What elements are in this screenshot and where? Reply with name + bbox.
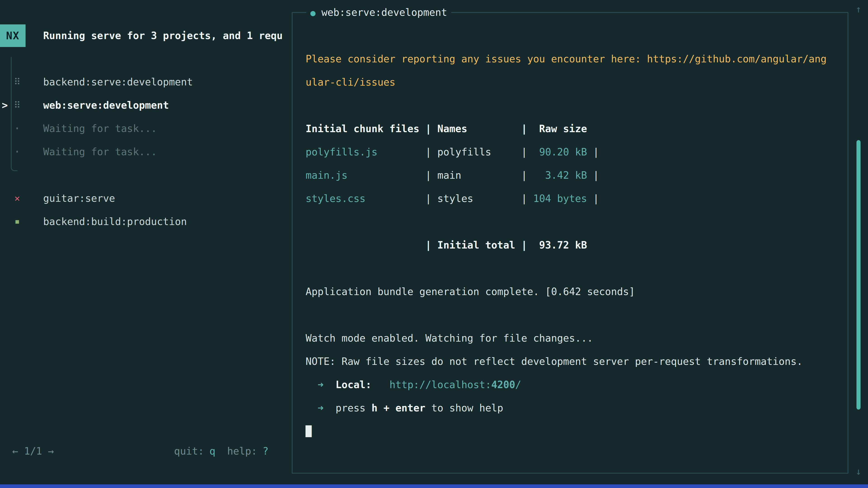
task-item[interactable]: ■backend:build:production bbox=[0, 210, 292, 233]
text-segment: to show help bbox=[426, 402, 503, 414]
terminal-line: ➜ Local: http://localhost:4200/ bbox=[306, 373, 841, 396]
app-title: Running serve for 3 projects, and 1 requ bbox=[43, 24, 283, 47]
spinner-icon: ⠿ bbox=[10, 70, 24, 94]
text-segment: 90.20 kB bbox=[539, 146, 587, 158]
spinner-icon: ⠿ bbox=[10, 94, 24, 117]
text-segment: ➜ bbox=[318, 402, 324, 414]
terminal-line: █ bbox=[306, 420, 841, 443]
task-label: Waiting for task... bbox=[43, 117, 157, 140]
dot-icon: · bbox=[10, 140, 24, 163]
terminal-output: Please consider reporting any issues you… bbox=[292, 13, 848, 473]
terminal-line: Watch mode enabled. Watching for file ch… bbox=[306, 326, 841, 350]
terminal-line: polyfills.js | polyfills | 90.20 kB | bbox=[306, 140, 841, 164]
text-segment: Local: bbox=[336, 379, 371, 390]
terminal-line bbox=[306, 94, 841, 117]
scrollbar-down-icon[interactable]: ↓ bbox=[851, 466, 866, 477]
text-segment: NOTE: Raw file sizes do not reflect deve… bbox=[306, 356, 803, 367]
task-item[interactable]: ·Waiting for task... bbox=[0, 117, 292, 140]
terminal-line bbox=[306, 303, 841, 326]
nx-tui-screen: NX Running serve for 3 projects, and 1 r… bbox=[0, 0, 868, 488]
text-segment: ular-cli/issues bbox=[306, 76, 395, 88]
text-segment: 104 bytes bbox=[533, 193, 587, 204]
text-segment: main.js bbox=[306, 169, 347, 181]
text-segment: Initial chunk files | Names | Raw size bbox=[306, 123, 587, 134]
task-label: web:serve:development bbox=[43, 94, 169, 117]
task-list: ⠿backend:serve:development>⠿web:serve:de… bbox=[0, 70, 292, 233]
help-key: ? bbox=[263, 445, 269, 457]
text-segment: Application bundle generation complete. … bbox=[306, 286, 635, 297]
cross-icon: ✕ bbox=[10, 187, 24, 210]
terminal-line: Please consider reporting any issues you… bbox=[306, 47, 841, 70]
text-segment: | styles | bbox=[366, 193, 533, 204]
terminal-line: ular-cli/issues bbox=[306, 70, 841, 94]
task-label: Waiting for task... bbox=[43, 140, 157, 163]
text-segment: | Initial total | 93.72 kB bbox=[306, 239, 587, 251]
task-item[interactable]: ⠿backend:serve:development bbox=[0, 70, 292, 94]
task-item[interactable]: ✕guitar:serve bbox=[0, 187, 292, 210]
nx-logo: NX bbox=[0, 24, 26, 47]
text-segment bbox=[323, 402, 336, 414]
terminal-line: Application bundle generation complete. … bbox=[306, 280, 841, 303]
text-segment: styles.css bbox=[306, 193, 366, 204]
quit-label: quit: bbox=[174, 445, 204, 457]
text-segment: | main | bbox=[347, 169, 545, 181]
text-segment bbox=[306, 402, 318, 414]
text-segment bbox=[306, 379, 318, 390]
url-link[interactable]: http://localhost: bbox=[390, 379, 491, 390]
terminal-line bbox=[306, 210, 841, 233]
text-segment: █ bbox=[306, 425, 312, 437]
text-segment: | bbox=[587, 193, 599, 204]
terminal-line: main.js | main | 3.42 kB | bbox=[306, 164, 841, 187]
text-segment bbox=[371, 379, 389, 390]
terminal-line: | Initial total | 93.72 kB bbox=[306, 233, 841, 257]
task-label: backend:build:production bbox=[43, 210, 187, 233]
scrollbar-thumb[interactable] bbox=[857, 140, 861, 410]
help-bar: quit:qhelp:? bbox=[0, 440, 269, 463]
text-segment: Watch mode enabled. Watching for file ch… bbox=[306, 332, 593, 344]
terminal-line: NOTE: Raw file sizes do not reflect deve… bbox=[306, 350, 841, 373]
task-label: backend:serve:development bbox=[43, 70, 193, 94]
url-link[interactable]: 4200 bbox=[491, 379, 515, 390]
help-label: help: bbox=[227, 445, 257, 457]
quit-key: q bbox=[210, 445, 216, 457]
text-segment: ➜ bbox=[318, 379, 324, 390]
task-spacer bbox=[0, 163, 292, 187]
task-item[interactable]: ·Waiting for task... bbox=[0, 140, 292, 163]
terminal-line: styles.css | styles | 104 bytes | bbox=[306, 187, 841, 210]
text-segment: h + enter bbox=[371, 402, 425, 414]
dot-icon: · bbox=[10, 117, 24, 140]
terminal-panel: ●web:serve:development Please consider r… bbox=[292, 12, 848, 474]
square-icon: ■ bbox=[10, 210, 24, 233]
text-segment: 3.42 kB bbox=[545, 169, 587, 181]
scrollbar-up-icon[interactable]: ↑ bbox=[851, 4, 866, 15]
terminal-line: ➜ press h + enter to show help bbox=[306, 396, 841, 420]
text-segment: Please consider reporting any issues you… bbox=[306, 53, 827, 65]
terminal-line bbox=[306, 257, 841, 280]
task-item[interactable]: >⠿web:serve:development bbox=[0, 94, 292, 117]
bottom-strip bbox=[0, 484, 868, 488]
text-segment: | bbox=[587, 146, 599, 158]
url-link[interactable]: / bbox=[515, 379, 521, 390]
text-segment: | polyfills | bbox=[377, 146, 539, 158]
sidebar: NX Running serve for 3 projects, and 1 r… bbox=[0, 0, 292, 488]
text-segment bbox=[323, 379, 336, 390]
text-segment: press bbox=[336, 402, 371, 414]
text-segment: polyfills.js bbox=[306, 146, 377, 158]
task-label: guitar:serve bbox=[43, 187, 115, 210]
text-segment: | bbox=[587, 169, 599, 181]
terminal-line: Initial chunk files | Names | Raw size bbox=[306, 117, 841, 140]
selected-caret-icon: > bbox=[2, 94, 10, 117]
